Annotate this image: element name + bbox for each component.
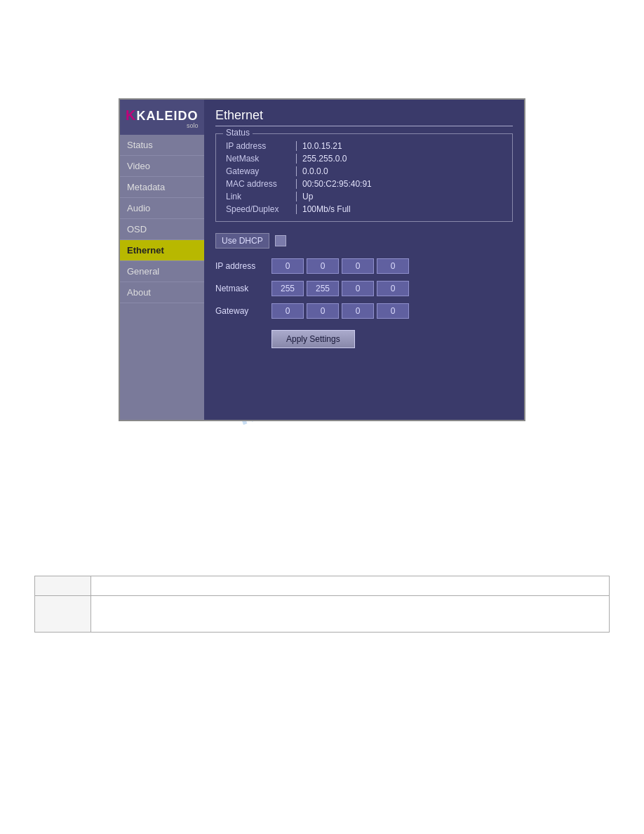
status-label-link: Link	[226, 192, 296, 201]
status-row-gateway: Gateway 0.0.0.0	[226, 166, 502, 176]
status-label-mac: MAC address	[226, 179, 296, 189]
status-value-speed: 100Mb/s Full	[296, 204, 351, 214]
bottom-table	[34, 576, 610, 633]
status-row-netmask: NetMask 255.255.0.0	[226, 154, 502, 164]
dhcp-label: Use DHCP	[215, 233, 269, 249]
status-label-ip: IP address	[226, 141, 296, 151]
gateway-label: Gateway	[215, 306, 271, 316]
netmask-row: Netmask	[215, 281, 513, 296]
status-legend: Status	[223, 128, 253, 138]
ip-address-inputs	[271, 258, 409, 274]
netmask-octet-4[interactable]	[377, 281, 409, 296]
sidebar-item-general[interactable]: General	[120, 261, 204, 282]
sidebar-item-metadata[interactable]: Metadata	[120, 177, 204, 198]
status-value-ip: 10.0.15.21	[296, 141, 342, 151]
table-cell	[91, 596, 610, 633]
status-value-link: Up	[296, 192, 313, 201]
netmask-label: Netmask	[215, 284, 271, 293]
logo-full-text: KALEIDO	[136, 109, 198, 123]
main-panel: KKALEIDO solo Status Video Metadata Audi…	[119, 98, 525, 421]
status-row-link: Link Up	[226, 192, 502, 201]
status-value-gateway: 0.0.0.0	[296, 166, 328, 176]
sidebar-item-ethernet[interactable]: Ethernet	[120, 240, 204, 261]
sidebar-item-status[interactable]: Status	[120, 135, 204, 156]
gateway-inputs	[271, 303, 409, 319]
ip-octet-4[interactable]	[377, 258, 409, 274]
netmask-octet-2[interactable]	[307, 281, 339, 296]
logo-text: KKALEIDO	[126, 109, 198, 123]
table-row	[35, 576, 610, 596]
logo-area: KKALEIDO solo	[120, 100, 204, 135]
ip-address-row: IP address	[215, 258, 513, 274]
netmask-octet-3[interactable]	[342, 281, 374, 296]
table-cell	[35, 596, 91, 633]
sidebar: KKALEIDO solo Status Video Metadata Audi…	[120, 100, 204, 420]
logo-k: K	[126, 107, 136, 123]
table-row	[35, 596, 610, 633]
table-cell	[91, 576, 610, 596]
gateway-octet-3[interactable]	[342, 303, 374, 319]
status-label-netmask: NetMask	[226, 154, 296, 164]
sidebar-item-osd[interactable]: OSD	[120, 219, 204, 240]
status-row-ip: IP address 10.0.15.21	[226, 141, 502, 151]
logo-sub: solo	[126, 122, 198, 129]
ip-octet-1[interactable]	[271, 258, 304, 274]
status-value-netmask: 255.255.0.0	[296, 154, 347, 164]
ip-address-label: IP address	[215, 261, 271, 271]
status-label-speed: Speed/Duplex	[226, 204, 296, 214]
content-area: Ethernet Status IP address 10.0.15.21 Ne…	[204, 100, 524, 420]
gateway-octet-2[interactable]	[307, 303, 339, 319]
gateway-octet-4[interactable]	[377, 303, 409, 319]
ip-octet-2[interactable]	[307, 258, 339, 274]
ip-octet-3[interactable]	[342, 258, 374, 274]
netmask-octet-1[interactable]	[271, 281, 304, 296]
status-row-mac: MAC address 00:50:C2:95:40:91	[226, 179, 502, 189]
status-label-gateway: Gateway	[226, 166, 296, 176]
status-row-speed: Speed/Duplex 100Mb/s Full	[226, 204, 502, 214]
sidebar-item-video[interactable]: Video	[120, 156, 204, 177]
sidebar-item-audio[interactable]: Audio	[120, 198, 204, 219]
sidebar-item-about[interactable]: About	[120, 282, 204, 303]
netmask-inputs	[271, 281, 409, 296]
gateway-row: Gateway	[215, 303, 513, 319]
gateway-octet-1[interactable]	[271, 303, 304, 319]
dhcp-row: Use DHCP	[215, 233, 513, 249]
status-box: Status IP address 10.0.15.21 NetMask 255…	[215, 133, 513, 222]
dhcp-checkbox[interactable]	[275, 235, 286, 246]
table-cell	[35, 576, 91, 596]
page-title: Ethernet	[215, 108, 513, 126]
apply-settings-button[interactable]: Apply Settings	[271, 330, 355, 348]
status-value-mac: 00:50:C2:95:40:91	[296, 179, 372, 189]
bottom-table-wrapper	[34, 576, 610, 633]
